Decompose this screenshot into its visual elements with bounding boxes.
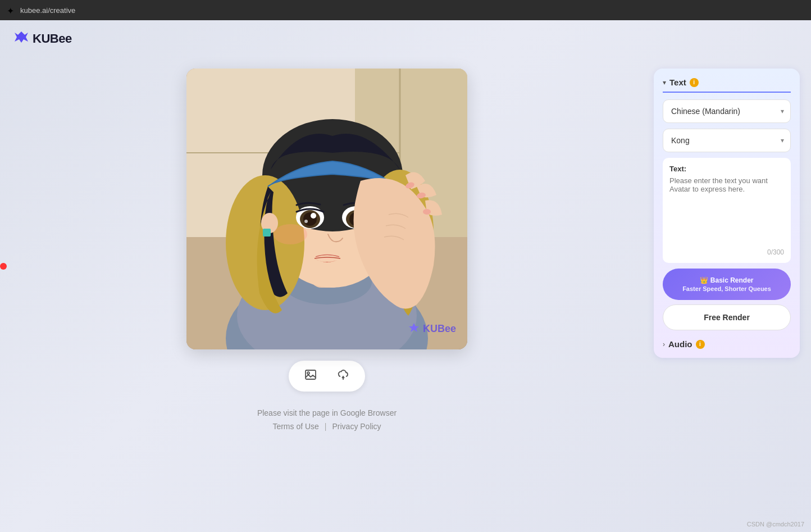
basic-render-bottom-label: Faster Speed, Shorter Queues: [682, 285, 771, 292]
watermark-text: KUBee: [423, 323, 456, 335]
svg-point-19: [311, 213, 316, 219]
text-section-chevron: ▾: [663, 79, 666, 87]
audio-section-info-icon: i: [696, 340, 705, 349]
basic-render-button[interactable]: 👑 Basic Render Faster Speed, Shorter Que…: [663, 269, 791, 300]
center-area: KUBee: [11, 69, 643, 431]
upload-action-button[interactable]: [332, 366, 354, 386]
browser-bar: ✦ kubee.ai/creative: [0, 0, 811, 20]
svg-point-29: [423, 209, 431, 215]
watermark-icon: [408, 322, 420, 336]
voice-dropdown-wrapper: Kong Lin Wei Fang ▾: [663, 129, 791, 152]
bottom-attribution: CSDN @cmdch2017: [747, 521, 804, 528]
main-content: KUBee: [0, 57, 811, 532]
text-section-title: Text: [669, 78, 686, 87]
browser-favicon: ✦: [7, 6, 16, 15]
text-input-area[interactable]: [669, 176, 784, 244]
avatar-container: KUBee: [186, 69, 467, 349]
logo: KUBee: [13, 29, 72, 48]
text-input-section: Text: 0/300: [663, 158, 791, 263]
text-section-header: ▾ Text i: [663, 78, 791, 93]
text-input-label: Text:: [669, 165, 784, 173]
avatar-actions: [289, 361, 365, 392]
logo-icon: [13, 29, 29, 48]
panel-card: ▾ Text i Chinese (Mandarin) English Japa…: [654, 69, 800, 358]
avatar-watermark: KUBee: [408, 322, 456, 336]
language-dropdown-wrapper: Chinese (Mandarin) English Japanese Kore…: [663, 99, 791, 123]
text-section-info-icon: i: [690, 78, 699, 87]
audio-section-title: Audio: [668, 339, 692, 349]
svg-rect-15: [263, 229, 271, 237]
svg-point-20: [304, 220, 308, 223]
avatar-image: [186, 69, 467, 349]
svg-point-25: [274, 224, 307, 244]
header: KUBee: [0, 20, 811, 57]
left-notification-dot: [0, 263, 7, 270]
footer-divider: |: [325, 422, 327, 431]
free-render-label: Free Render: [704, 313, 750, 322]
terms-of-use-link[interactable]: Terms of Use: [272, 422, 318, 431]
logo-text: KUBee: [33, 31, 72, 46]
browser-url: kubee.ai/creative: [20, 6, 75, 15]
voice-dropdown[interactable]: Kong Lin Wei Fang: [663, 129, 791, 152]
audio-section-header[interactable]: › Audio i: [663, 337, 791, 349]
privacy-policy-link[interactable]: Privacy Policy: [332, 422, 381, 431]
footer-links: Terms of Use | Privacy Policy: [272, 422, 381, 431]
audio-section-chevron: ›: [663, 340, 665, 348]
text-counter: 0/300: [669, 248, 784, 256]
page: KUBee: [0, 20, 811, 532]
svg-point-31: [307, 372, 309, 374]
free-render-button[interactable]: Free Render: [663, 304, 791, 330]
language-dropdown[interactable]: Chinese (Mandarin) English Japanese Kore…: [663, 99, 791, 123]
basic-render-top-label: 👑 Basic Render: [700, 276, 753, 284]
image-action-button[interactable]: [300, 366, 321, 386]
footer-note: Please visit the page in Google Browser: [257, 408, 397, 417]
right-panel: ▾ Text i Chinese (Mandarin) English Japa…: [654, 69, 800, 358]
svg-rect-30: [306, 370, 316, 379]
